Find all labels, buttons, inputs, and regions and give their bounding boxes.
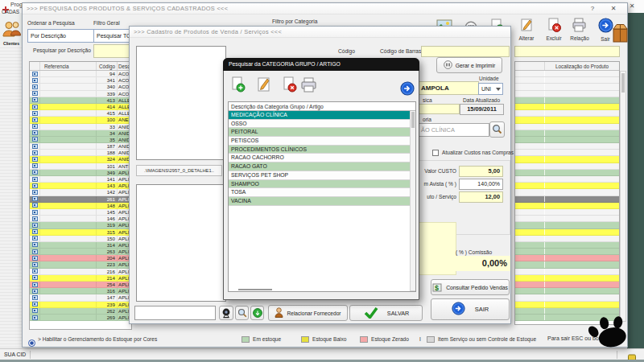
table-row[interactable]: 414ALLE: [30, 104, 131, 110]
col-referencia[interactable]: Referencia: [40, 62, 97, 70]
category-row[interactable]: RACAO GATO: [229, 162, 415, 171]
location-row[interactable]: [515, 176, 619, 183]
categoria-field[interactable]: ÃO CLÍNICA: [418, 123, 489, 137]
category-row[interactable]: PETISCOS: [229, 137, 415, 146]
excluir-button[interactable]: Excluir: [543, 18, 565, 41]
gerar-imprimir-button[interactable]: Gerar e Imprimir: [436, 57, 502, 73]
localizacao-fisica-field[interactable]: [418, 104, 460, 114]
location-row[interactable]: [515, 183, 619, 189]
consultar-pedido-button[interactable]: $ Consultar Pedido Vendas: [431, 279, 510, 295]
dialog-print-icon[interactable]: [300, 77, 318, 96]
location-row[interactable]: [515, 288, 619, 294]
location-row[interactable]: [515, 150, 619, 156]
product-image-panel[interactable]: [136, 46, 226, 160]
location-row[interactable]: [515, 110, 619, 117]
category-row[interactable]: VACINA: [229, 197, 415, 206]
category-vscrollbar-thumb[interactable]: [411, 112, 415, 128]
table-row[interactable]: 216APLI: [30, 269, 131, 275]
category-row[interactable]: PEITORAL: [229, 128, 415, 137]
location-row[interactable]: [515, 229, 619, 236]
location-row[interactable]: [515, 302, 619, 308]
location-row[interactable]: [515, 216, 619, 222]
category-row[interactable]: OSSO: [229, 120, 415, 129]
category-row[interactable]: PROCEDIMENTOS CLÍNICOS: [229, 146, 415, 154]
location-row[interactable]: [515, 156, 619, 162]
location-row[interactable]: [515, 84, 619, 90]
categoria-search-button[interactable]: [489, 121, 505, 138]
cadastro-titlebar[interactable]: >>> Cadastro de Produtos de Venda / Serv…: [130, 27, 510, 38]
table-row[interactable]: 145APLI: [30, 209, 131, 216]
location-row[interactable]: [515, 222, 619, 228]
location-row[interactable]: [515, 269, 619, 275]
category-list-header[interactable]: Descrição da Categoria Grupo / Artigo: [229, 102, 415, 111]
table-row[interactable]: 214APLI: [30, 275, 131, 282]
location-row[interactable]: [515, 294, 619, 301]
data-atualizado-field[interactable]: 15/09/2011: [460, 104, 504, 115]
col-codigo[interactable]: Código: [97, 62, 118, 70]
location-row[interactable]: [515, 203, 619, 209]
location-row[interactable]: [515, 104, 619, 110]
table-row[interactable]: 319APLI: [30, 222, 131, 228]
image-path-field[interactable]: .\IMAGENS\2957_0_DETALHE1..: [136, 165, 222, 176]
category-row[interactable]: RACAO CACHORRO: [229, 154, 415, 162]
add-image-button[interactable]: [250, 306, 264, 320]
webcam-button[interactable]: [219, 306, 233, 320]
unidade-select[interactable]: UNI: [478, 83, 503, 95]
table-row[interactable]: 143APLI: [30, 183, 131, 189]
location-row[interactable]: [515, 117, 619, 123]
relacao-button[interactable]: Relação: [568, 18, 592, 41]
valor-custo-field[interactable]: 5,00: [459, 166, 503, 177]
table-row[interactable]: 148APLI: [30, 203, 131, 209]
pesquisa-titlebar[interactable]: >>> PESQUISA DOS PRODUTOS & SERVIÇOS CAD…: [23, 3, 627, 14]
table-row[interactable]: 314APLI: [30, 242, 131, 249]
table-row[interactable]: 187ANID: [30, 143, 131, 150]
table-vscrollbar[interactable]: [620, 71, 626, 322]
location-row[interactable]: [515, 242, 619, 249]
col-localizacao[interactable]: Localização do Produto: [545, 62, 619, 70]
location-row[interactable]: [515, 124, 619, 130]
table-row[interactable]: 147APLI: [30, 294, 131, 301]
dialog-delete-icon[interactable]: [282, 76, 297, 96]
table-row[interactable]: 101ANTI: [30, 163, 131, 170]
salvar-button[interactable]: SALVAR: [349, 305, 423, 321]
pesquisa-close-button[interactable]: ✕: [609, 5, 618, 12]
dialog-confirm-arrow-icon[interactable]: [400, 81, 415, 99]
codigo-barras-field[interactable]: [421, 46, 510, 57]
location-row[interactable]: [515, 71, 619, 77]
detail-memo-panel[interactable]: [136, 184, 226, 302]
location-row[interactable]: [515, 261, 619, 268]
location-row[interactable]: [515, 163, 619, 170]
table-row[interactable]: 339ACON: [30, 91, 131, 97]
table-row[interactable]: 263APLI: [30, 249, 131, 255]
relacionar-fornecedor-button[interactable]: Relacionar Fornecedor: [268, 305, 348, 321]
location-row[interactable]: [515, 170, 619, 176]
location-row[interactable]: [515, 97, 619, 104]
valor-produto-servico-field[interactable]: 12,00: [459, 191, 503, 203]
location-row[interactable]: [515, 275, 619, 282]
location-row[interactable]: [515, 196, 619, 203]
location-row[interactable]: [515, 189, 619, 195]
location-row[interactable]: [515, 137, 619, 143]
table-row[interactable]: 254APLI: [30, 282, 131, 288]
table-row[interactable]: 269APLI: [30, 315, 131, 321]
table-row[interactable]: 349APLI: [30, 170, 131, 176]
main-menu-item[interactable]: CADAS: [2, 9, 19, 14]
dialog-titlebar[interactable]: Pesquisar da CATEGORIA GRUPO / ARTIGO: [223, 58, 419, 71]
table-row[interactable]: 142APLI: [30, 189, 131, 195]
table-vscrollbar-thumb[interactable]: [621, 73, 625, 93]
atualizar-custos-checkbox[interactable]: [432, 150, 439, 156]
table-row[interactable]: 315APLI: [30, 229, 131, 236]
filtro-categoria-input[interactable]: [514, 46, 620, 57]
margem-avista-field[interactable]: 140,00%: [459, 179, 503, 190]
table-row[interactable]: 188ANID: [30, 150, 131, 156]
table-row[interactable]: 100ANES: [30, 117, 131, 123]
image-search-input[interactable]: [134, 306, 216, 320]
table-row[interactable]: 413ALLE: [30, 97, 131, 104]
table-row[interactable]: 415ALLE: [30, 110, 131, 117]
table-row[interactable]: 261APLI: [30, 196, 131, 203]
dialog-hscroll-hint[interactable]: [238, 289, 272, 290]
radio-icon[interactable]: [28, 335, 35, 350]
dialog-edit-icon[interactable]: [256, 76, 271, 96]
table-row[interactable]: 35ANID: [30, 137, 131, 143]
table-row[interactable]: 223APLI: [30, 261, 131, 268]
